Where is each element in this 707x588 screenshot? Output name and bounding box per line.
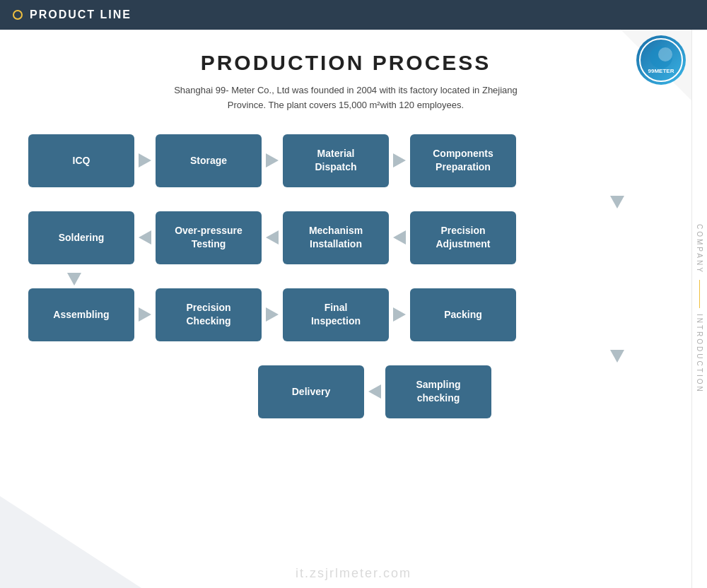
arrow-right-1 — [139, 153, 151, 167]
triangle-decoration-bottom — [0, 496, 141, 588]
arrow-right-2 — [266, 153, 279, 167]
arrow-left-3 — [393, 230, 406, 245]
sidebar-text-introduction: INTRODUCTION — [696, 314, 703, 394]
flow-row-1: ICQ Storage MaterialDispatch ComponentsP… — [28, 134, 663, 187]
arrow-left-4 — [368, 384, 381, 399]
flow-box-precision-adjustment: PrecisionAdjustment — [410, 211, 516, 264]
flow-row-3: Assembling PrecisionChecking FinalInspec… — [28, 288, 663, 341]
arrow-down-3 — [610, 350, 624, 363]
header-title: PRODUCT LINE — [30, 8, 132, 21]
arrow-right-6 — [393, 307, 406, 322]
flow-box-mechanism: MechanismInstallation — [283, 211, 389, 264]
logo-circle: 99METER — [636, 35, 686, 85]
svg-text:99METER: 99METER — [648, 68, 674, 74]
flow-box-components-preparation: ComponentsPreparation — [410, 134, 516, 187]
sidebar-text-company: COMPANY — [696, 224, 703, 274]
header-bar: PRODUCT LINE — [0, 0, 707, 30]
flow-box-storage: Storage — [156, 134, 262, 187]
flow-box-icq: ICQ — [28, 134, 134, 187]
svg-point-2 — [658, 47, 672, 61]
flow-box-sampling: Samplingchecking — [385, 365, 491, 418]
arrow-down-1 — [610, 196, 624, 208]
page-title: PRODUCTION PROCESS — [21, 51, 670, 75]
sidebar-line — [699, 280, 700, 308]
logo: 99METER — [636, 35, 686, 85]
arrow-down-row-3 — [28, 348, 663, 364]
arrow-down-row-2 — [28, 271, 663, 287]
flow-diagram: ICQ Storage MaterialDispatch ComponentsP… — [21, 134, 670, 418]
arrow-down-2 — [67, 273, 81, 286]
flow-box-assembling: Assembling — [28, 288, 134, 341]
flow-row-2: Soldering Over-pressureTesting Mechanism… — [28, 211, 663, 264]
sidebar-label: COMPANY INTRODUCTION — [691, 30, 707, 588]
arrow-right-5 — [266, 307, 279, 322]
subtitle: Shanghai 99- Meter Co., Ltd was founded … — [21, 83, 670, 113]
flow-box-precision-checking: PrecisionChecking — [156, 288, 262, 341]
flow-box-packing: Packing — [410, 288, 516, 341]
arrow-left-1 — [139, 230, 151, 245]
arrow-left-2 — [266, 230, 279, 245]
arrow-right-4 — [139, 307, 151, 322]
main-content: PRODUCTION PROCESS Shanghai 99- Meter Co… — [0, 30, 691, 433]
watermark: it.zsjrlmeter.com — [296, 566, 411, 581]
flow-row-4: Delivery Samplingchecking — [28, 365, 663, 418]
arrow-down-row-1 — [28, 194, 663, 210]
flow-box-final-inspection: FinalInspection — [283, 288, 389, 341]
flow-box-soldering: Soldering — [28, 211, 134, 264]
header-circle-icon — [13, 10, 23, 20]
flow-box-delivery: Delivery — [258, 365, 364, 418]
arrow-right-3 — [393, 153, 406, 167]
flow-box-overpressure: Over-pressureTesting — [156, 211, 262, 264]
flow-box-material-dispatch: MaterialDispatch — [283, 134, 389, 187]
